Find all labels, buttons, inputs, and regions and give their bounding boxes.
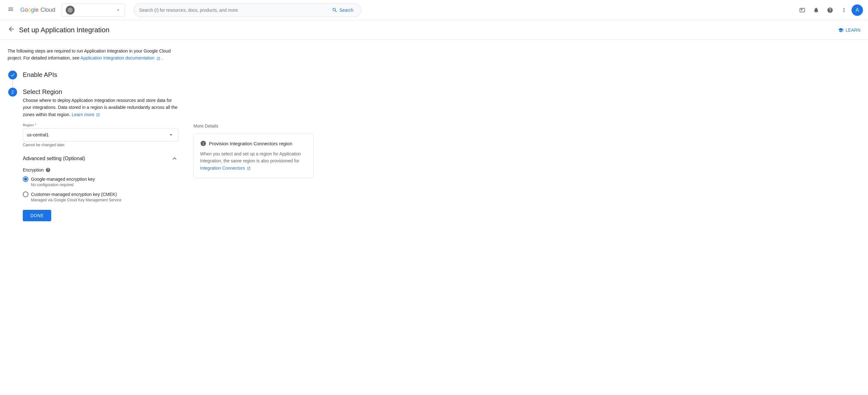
provision-title: Provision Integration Connectors region xyxy=(209,141,292,146)
region-value: us-central1 xyxy=(27,132,168,137)
radio-subtext-google-managed: No configuration required xyxy=(31,182,178,187)
encryption-section: Encryption Google-managed encryption key xyxy=(23,167,178,202)
provision-header: Provision Integration Connectors region xyxy=(200,140,307,146)
search-input[interactable] xyxy=(139,8,327,13)
region-chevron-icon xyxy=(168,132,174,138)
more-options-button[interactable] xyxy=(838,4,850,17)
step-1-connector xyxy=(8,70,18,88)
nav-actions: A xyxy=(796,4,863,17)
radio-customer-managed[interactable] xyxy=(23,192,28,197)
step-1-content: Enable APIs xyxy=(23,70,178,85)
hamburger-menu-icon[interactable] xyxy=(5,3,17,17)
google-cloud-logo: Google Cloud xyxy=(20,7,55,13)
radio-label-customer-managed[interactable]: Customer-managed encryption key (CMEK) xyxy=(23,192,178,197)
provision-info-icon xyxy=(200,140,207,146)
step-connector-line-1 xyxy=(12,80,13,88)
right-panel: More Details Provision Integration Conne… xyxy=(193,48,860,226)
radio-option-google-managed: Google-managed encryption key No configu… xyxy=(23,176,178,187)
user-avatar[interactable]: A xyxy=(851,4,863,16)
connectors-ext-icon xyxy=(247,167,251,170)
project-avatar xyxy=(66,6,74,15)
step-1-item: Enable APIs xyxy=(8,70,178,88)
provision-card: Provision Integration Connectors region … xyxy=(193,134,314,178)
external-link-icon xyxy=(156,57,160,60)
region-field: Region * us-central1 Cannot be changed l… xyxy=(23,123,178,147)
notifications-button[interactable] xyxy=(810,4,823,17)
step-2-number: 2 xyxy=(8,88,17,96)
docs-link[interactable]: Application Integration documentation xyxy=(80,55,161,60)
done-button[interactable]: DONE xyxy=(23,210,51,221)
project-dropdown-chevron xyxy=(116,8,121,13)
radio-text-customer-managed: Customer-managed encryption key (CMEK) xyxy=(31,192,117,197)
step-2-item: 2 Select Region Choose where to deploy A… xyxy=(8,88,178,226)
search-button[interactable]: Search xyxy=(329,6,356,14)
page-header: Set up Application Integration LEARN xyxy=(0,20,868,40)
step-1-check-icon xyxy=(8,70,17,80)
intro-text: The following steps are required to run … xyxy=(8,48,178,62)
step-2-connector: 2 xyxy=(8,88,18,96)
region-label: Region * xyxy=(23,123,178,127)
top-navigation: Google Cloud Search xyxy=(0,0,868,20)
radio-label-google-managed[interactable]: Google-managed encryption key xyxy=(23,176,178,182)
steps-container: Enable APIs 2 Select Region Choose where… xyxy=(8,70,178,226)
radio-text-google-managed: Google-managed encryption key xyxy=(31,177,95,182)
advanced-settings-title: Advanced setting (Optional) xyxy=(23,156,85,162)
back-button[interactable] xyxy=(8,25,15,34)
encryption-help-icon[interactable] xyxy=(45,167,51,172)
learn-icon xyxy=(838,27,844,33)
radio-subtext-customer-managed: Managed via Google Cloud Key Management … xyxy=(31,198,178,202)
step-2-content: Select Region Choose where to deploy App… xyxy=(23,88,178,226)
learn-button[interactable]: LEARN xyxy=(838,27,860,33)
help-button[interactable] xyxy=(824,4,836,17)
provision-text: When you select and set up a region for … xyxy=(200,150,307,172)
step-1-title: Enable APIs xyxy=(23,70,178,79)
learn-more-link[interactable]: Learn more xyxy=(72,112,100,117)
page-title: Set up Application Integration xyxy=(19,26,110,34)
encryption-label: Encryption xyxy=(23,167,178,172)
region-select[interactable]: us-central1 xyxy=(23,128,178,141)
search-icon xyxy=(332,7,338,13)
terminal-button[interactable] xyxy=(796,4,809,17)
step-2-title: Select Region xyxy=(23,88,178,95)
radio-google-managed[interactable] xyxy=(23,176,28,182)
more-details-title: More Details xyxy=(193,123,860,129)
region-hint: Cannot be changed later. xyxy=(23,143,178,147)
done-section: DONE xyxy=(23,210,178,221)
advanced-collapse-icon xyxy=(171,155,178,162)
advanced-settings-toggle[interactable]: Advanced setting (Optional) xyxy=(23,155,178,162)
learn-more-ext-icon xyxy=(96,113,100,117)
project-selector[interactable] xyxy=(62,3,125,17)
step-2-description: Choose where to deploy Application Integ… xyxy=(23,97,178,118)
radio-option-customer-managed: Customer-managed encryption key (CMEK) M… xyxy=(23,192,178,202)
left-panel: The following steps are required to run … xyxy=(8,48,178,226)
main-content: The following steps are required to run … xyxy=(0,40,868,234)
connectors-link[interactable]: Integration Connectors xyxy=(200,166,251,171)
search-bar: Search xyxy=(134,3,361,17)
